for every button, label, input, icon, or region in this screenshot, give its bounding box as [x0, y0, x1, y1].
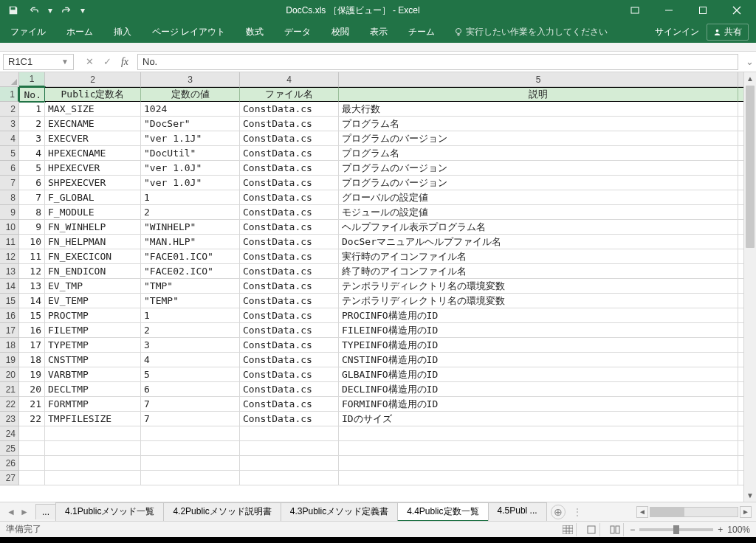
cell[interactable]: ConstData.cs [240, 131, 339, 146]
cell[interactable]: ConstData.cs [240, 397, 339, 412]
sheet-nav[interactable]: ◄► [0, 507, 35, 517]
insert-function-button[interactable]: fx [117, 54, 133, 70]
cell[interactable]: "ver 1.0J" [141, 161, 240, 176]
cell[interactable]: 終了時のアイコンファイル名 [339, 264, 738, 279]
cell[interactable] [19, 456, 45, 471]
row-header[interactable]: 18 [0, 338, 19, 353]
cell[interactable]: 1 [19, 102, 45, 117]
cell[interactable]: ConstData.cs [240, 323, 339, 338]
row-header[interactable]: 27 [0, 471, 19, 485]
cell[interactable]: ConstData.cs [240, 176, 339, 190]
col-header[interactable]: 5 [339, 72, 738, 87]
cell[interactable] [339, 456, 738, 471]
cell[interactable]: EV_TEMP [45, 294, 141, 308]
cell[interactable]: ConstData.cs [240, 146, 339, 161]
maximize-button[interactable] [687, 0, 719, 21]
cell[interactable] [339, 441, 738, 456]
cell[interactable]: 20 [19, 382, 45, 397]
cell[interactable]: 1 [141, 190, 240, 205]
cell[interactable]: ConstData.cs [240, 412, 339, 426]
row-header[interactable]: 9 [0, 205, 19, 220]
row-header[interactable]: 22 [0, 397, 19, 412]
view-pagebreak-button[interactable] [606, 523, 624, 536]
cell[interactable]: ConstData.cs [240, 102, 339, 117]
cell[interactable]: IDのサイズ [339, 412, 738, 426]
cell[interactable] [19, 426, 45, 441]
row-header[interactable]: 20 [0, 367, 19, 382]
row-header[interactable]: 2 [0, 102, 19, 117]
cell[interactable]: 21 [19, 397, 45, 412]
cell[interactable]: 6 [141, 382, 240, 397]
cell[interactable]: "ver 1.1J" [141, 131, 240, 146]
view-pagelayout-button[interactable] [583, 523, 600, 536]
cell[interactable]: 10 [19, 235, 45, 249]
cell[interactable]: 定数の値 [141, 87, 240, 102]
row-header[interactable]: 5 [0, 146, 19, 161]
cell[interactable]: ConstData.cs [240, 220, 339, 235]
cell[interactable]: プログラムのバージョン [339, 176, 738, 190]
cell[interactable]: VARBTMP [45, 367, 141, 382]
cell[interactable] [45, 426, 141, 441]
save-button[interactable] [4, 1, 22, 19]
cell[interactable]: "MAN.HLP" [141, 235, 240, 249]
cell[interactable]: FILEINFO構造用のID [339, 323, 738, 338]
cell[interactable]: "FACE01.ICO" [141, 249, 240, 264]
cell[interactable]: FORMINFO構造用のID [339, 397, 738, 412]
zoom-in-button[interactable]: + [718, 525, 723, 535]
cell[interactable]: SHPEXECVER [45, 176, 141, 190]
col-header[interactable]: 1 [19, 72, 45, 87]
cell[interactable]: No. [19, 87, 45, 102]
tab-review[interactable]: 校閲 [321, 21, 360, 43]
cell[interactable]: 11 [19, 249, 45, 264]
cell[interactable] [240, 471, 339, 485]
cell[interactable]: HPEXECNAME [45, 146, 141, 161]
cell[interactable]: ヘルプファイル表示プログラム名 [339, 220, 738, 235]
formula-input[interactable]: No. [137, 54, 738, 70]
signin-link[interactable]: サインイン [655, 26, 699, 38]
cell[interactable] [45, 456, 141, 471]
cell[interactable]: PROCTMP [45, 308, 141, 323]
cell[interactable]: "DocUtil" [141, 146, 240, 161]
vertical-scrollbar[interactable]: ▲ ▼ [743, 72, 756, 502]
row-header[interactable]: 8 [0, 190, 19, 205]
scrollbar-thumb[interactable] [746, 86, 755, 248]
cell[interactable]: ConstData.cs [240, 205, 339, 220]
cell[interactable]: 7 [19, 190, 45, 205]
tab-pagelayout[interactable]: ページ レイアウト [142, 21, 236, 43]
cell[interactable]: DocSerマニュアルヘルプファイル名 [339, 235, 738, 249]
ribbon-options-button[interactable] [619, 0, 651, 21]
row-header[interactable]: 26 [0, 456, 19, 471]
cell[interactable]: CNSTTMP [45, 353, 141, 367]
enter-formula-button[interactable]: ✓ [99, 54, 115, 70]
sheet-tab[interactable]: 4.4Public定数一覧 [397, 502, 488, 522]
row-header[interactable]: 12 [0, 249, 19, 264]
cell[interactable] [19, 471, 45, 485]
cell[interactable]: CNSTINFO構造用のID [339, 353, 738, 367]
row-header[interactable]: 17 [0, 323, 19, 338]
cell[interactable]: ConstData.cs [240, 190, 339, 205]
col-header[interactable]: 3 [141, 72, 240, 87]
cell[interactable]: 2 [141, 205, 240, 220]
row-header[interactable]: 19 [0, 353, 19, 367]
row-header[interactable]: 7 [0, 176, 19, 190]
sheet-tab[interactable]: 4.2Publicメソッド説明書 [163, 502, 281, 522]
cell[interactable]: 2 [141, 323, 240, 338]
cell[interactable] [240, 441, 339, 456]
cell[interactable]: モジュールの設定値 [339, 205, 738, 220]
cell[interactable]: ConstData.cs [240, 338, 339, 353]
cell[interactable]: 実行時のアイコンファイル名 [339, 249, 738, 264]
tab-data[interactable]: データ [274, 21, 321, 43]
cell[interactable] [141, 441, 240, 456]
cell[interactable]: 12 [19, 264, 45, 279]
tab-insert[interactable]: 挿入 [103, 21, 142, 43]
cell[interactable]: ConstData.cs [240, 264, 339, 279]
cell[interactable]: ConstData.cs [240, 382, 339, 397]
cell[interactable]: FN_WINHELP [45, 220, 141, 235]
cell[interactable]: 4 [19, 146, 45, 161]
cell[interactable]: ConstData.cs [240, 353, 339, 367]
cell[interactable]: 6 [19, 176, 45, 190]
cell[interactable] [141, 456, 240, 471]
view-normal-button[interactable] [559, 523, 577, 536]
cell[interactable]: TYPEINFO構造用のID [339, 338, 738, 353]
cell[interactable]: ConstData.cs [240, 294, 339, 308]
